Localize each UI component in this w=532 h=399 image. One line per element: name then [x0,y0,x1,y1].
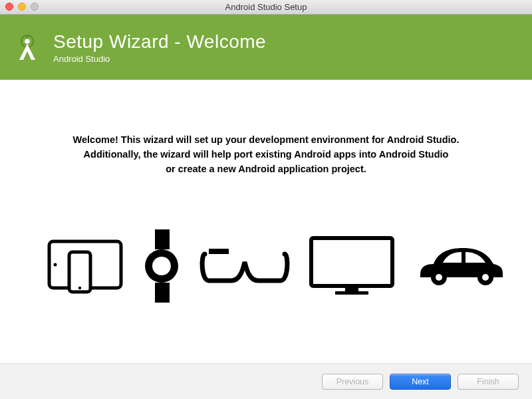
previous-button: Previous [322,374,383,390]
window-title: Android Studio Setup [225,2,307,12]
welcome-line-1: Welcome! This wizard will set up your de… [73,133,460,148]
svg-rect-12 [311,238,392,286]
svg-point-1 [25,39,30,44]
svg-rect-11 [209,249,229,254]
close-window-icon[interactable] [5,3,13,11]
glass-icon [200,247,290,287]
welcome-line-2: Additionally, the wizard will help port … [73,148,460,162]
finish-button: Finish [458,374,519,390]
window-titlebar: Android Studio Setup [0,0,532,15]
next-button[interactable]: Next [390,374,451,390]
android-studio-logo-icon [12,32,43,63]
svg-point-10 [152,257,171,275]
wizard-subtitle: Android Studio [53,54,266,64]
svg-point-6 [78,287,81,289]
maximize-window-icon [31,3,39,11]
svg-rect-5 [69,252,90,292]
device-icons-row [0,229,532,305]
svg-rect-2 [27,35,28,39]
wizard-body: Welcome! This wizard will set up your de… [0,80,532,363]
welcome-line-3: or create a new Android application proj… [73,162,460,177]
svg-rect-14 [335,291,368,295]
wizard-footer: Previous Next Finish [0,363,532,399]
welcome-text: Welcome! This wizard will set up your de… [73,133,460,176]
minimize-window-icon[interactable] [18,3,26,11]
svg-rect-13 [345,286,358,291]
svg-point-16 [436,274,442,281]
svg-rect-7 [155,229,170,249]
svg-point-18 [482,274,489,281]
watch-icon [142,229,181,305]
traffic-lights [5,3,39,11]
car-icon [414,244,505,291]
svg-point-4 [54,263,57,267]
wizard-heading: Setup Wizard - Welcome [53,31,266,53]
svg-rect-8 [155,283,170,303]
wizard-header: Setup Wizard - Welcome Android Studio [0,15,532,80]
tv-icon [309,235,395,299]
tablet-phone-icon [47,237,124,297]
